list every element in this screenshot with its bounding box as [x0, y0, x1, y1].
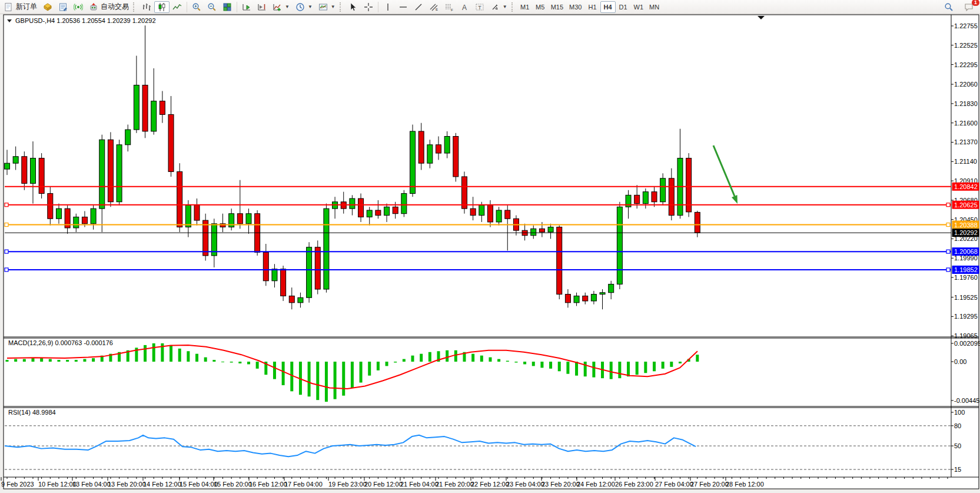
line-handle[interactable] — [946, 268, 950, 272]
candle — [686, 158, 692, 212]
timeframe-w1-button[interactable]: W1 — [631, 1, 647, 13]
text-tool-button[interactable]: A — [457, 1, 472, 13]
time-axis-label: 28 Feb 12:00 — [726, 481, 764, 488]
line-handle[interactable] — [5, 268, 8, 272]
templates-button[interactable]: ▼ — [315, 1, 338, 13]
macd-histogram-bar — [290, 362, 293, 391]
candle — [13, 157, 18, 163]
vertical-line-tool-button[interactable] — [380, 1, 396, 13]
timeframe-m1-button[interactable]: M1 — [517, 1, 533, 13]
timeframe-m5-button[interactable]: M5 — [533, 1, 548, 13]
candle — [600, 293, 605, 295]
tile-windows-button[interactable] — [220, 1, 235, 13]
macd-histogram-bar — [540, 362, 543, 368]
svg-text:1.20068: 1.20068 — [954, 248, 978, 255]
macd-histogram-bar — [247, 362, 250, 364]
toolbar-separator — [187, 2, 187, 12]
svg-text:1.20388: 1.20388 — [954, 221, 978, 229]
timeframe-m30-button[interactable]: M30 — [566, 1, 584, 13]
candle — [393, 207, 398, 213]
chart-shift-icon — [257, 2, 267, 12]
line-handle[interactable] — [5, 250, 8, 253]
indicators-button[interactable]: ▼ — [270, 1, 293, 13]
macd-histogram-bar — [446, 350, 449, 362]
fibonacci-tool-button[interactable]: F — [441, 1, 457, 13]
svg-text:1.19525: 1.19525 — [954, 294, 978, 301]
zoom-in-button[interactable] — [189, 1, 204, 13]
trade-group: 新订单 — [1, 0, 132, 14]
timeframe-mn-button[interactable]: MN — [646, 1, 662, 13]
dropdown-caret: ▼ — [331, 4, 335, 9]
macd-histogram-bar — [592, 362, 595, 378]
macd-histogram-bar — [152, 343, 155, 362]
timeframe-h1-button[interactable]: H1 — [585, 1, 600, 13]
line-handle[interactable] — [5, 223, 8, 227]
new-order-button[interactable]: 新订单 — [1, 1, 40, 13]
zoom-out-button[interactable] — [204, 1, 220, 13]
fibonacci-icon: F — [444, 2, 454, 12]
search-button[interactable] — [941, 1, 956, 13]
equidistant-channel-tool-button[interactable]: E — [426, 1, 441, 13]
channel-icon: E — [429, 2, 438, 12]
time-axis-label: 24 Feb 12:00 — [577, 481, 615, 488]
candle — [548, 227, 553, 233]
market-button[interactable] — [40, 1, 55, 13]
macd-histogram-bar — [627, 362, 630, 376]
candlestick-chart-button[interactable] — [154, 1, 170, 13]
chart-header: GBPUSD-,H4 1.20536 1.20554 1.20239 1.202… — [7, 17, 156, 24]
trendline-tool-button[interactable] — [411, 1, 426, 13]
arrows-tool-button[interactable]: ▼ — [487, 1, 510, 13]
autotrading-button[interactable]: 自动交易 — [86, 1, 132, 13]
line-handle[interactable] — [5, 203, 8, 207]
auto-trading-label: 自动交易 — [101, 2, 129, 12]
chart-shift-button[interactable] — [254, 1, 270, 13]
timeframe-h4-button[interactable]: H4 — [600, 1, 616, 13]
periods-button[interactable]: ▼ — [293, 1, 315, 13]
notifications-button[interactable]: 1 — [961, 1, 976, 13]
macd-histogram-bar — [411, 356, 414, 362]
line-handle[interactable] — [946, 203, 950, 207]
autotrading-robot-icon — [89, 2, 98, 12]
metaeditor-button[interactable] — [55, 1, 71, 13]
cursor-button[interactable] — [346, 1, 361, 13]
signals-button[interactable] — [71, 1, 86, 13]
gold-box-icon — [43, 2, 52, 12]
bar-chart-button[interactable] — [139, 1, 154, 13]
svg-text:100: 100 — [954, 409, 965, 416]
text-label-tool-button[interactable]: T — [472, 1, 487, 13]
candle — [151, 101, 157, 131]
macd-histogram-bar — [636, 362, 639, 375]
timeframe-m15-button[interactable]: M15 — [548, 1, 566, 13]
macd-histogram-bar — [31, 358, 34, 362]
line-handle[interactable] — [946, 250, 950, 253]
svg-text:1.19065: 1.19065 — [954, 332, 978, 339]
candle — [487, 205, 493, 222]
auto-scroll-button[interactable] — [239, 1, 254, 13]
svg-text:1.22060: 1.22060 — [954, 81, 978, 88]
toolbar-right-cluster: 1 — [941, 1, 976, 13]
candlestick-chart-icon — [157, 2, 167, 12]
svg-text:1.20625: 1.20625 — [954, 201, 978, 209]
candle — [617, 207, 622, 284]
candle — [194, 205, 200, 220]
candle — [237, 214, 242, 224]
macd-histogram-bar — [273, 362, 276, 379]
line-chart-button[interactable] — [170, 1, 185, 13]
toolbar-separator — [378, 2, 378, 12]
candle — [125, 130, 131, 145]
toolbar-grip — [340, 2, 344, 12]
crosshair-button[interactable] — [361, 1, 376, 13]
candle — [470, 209, 476, 215]
macd-histogram-bar — [696, 355, 699, 362]
horizontal-line-tool-button[interactable] — [396, 1, 411, 13]
timeframe-d1-button[interactable]: D1 — [616, 1, 631, 13]
candle — [531, 229, 536, 235]
macd-histogram-bar — [670, 362, 673, 367]
chart-canvas[interactable]: 1.227551.225251.222951.220601.218301.216… — [0, 0, 980, 493]
time-axis-label: 13 Feb 04:00 — [72, 481, 111, 488]
line-handle[interactable] — [946, 223, 950, 227]
macd-histogram-bar — [618, 362, 621, 378]
time-axis-label: 14 Feb 12:00 — [143, 481, 181, 488]
macd-histogram-bar — [377, 362, 380, 370]
candle — [427, 145, 433, 163]
